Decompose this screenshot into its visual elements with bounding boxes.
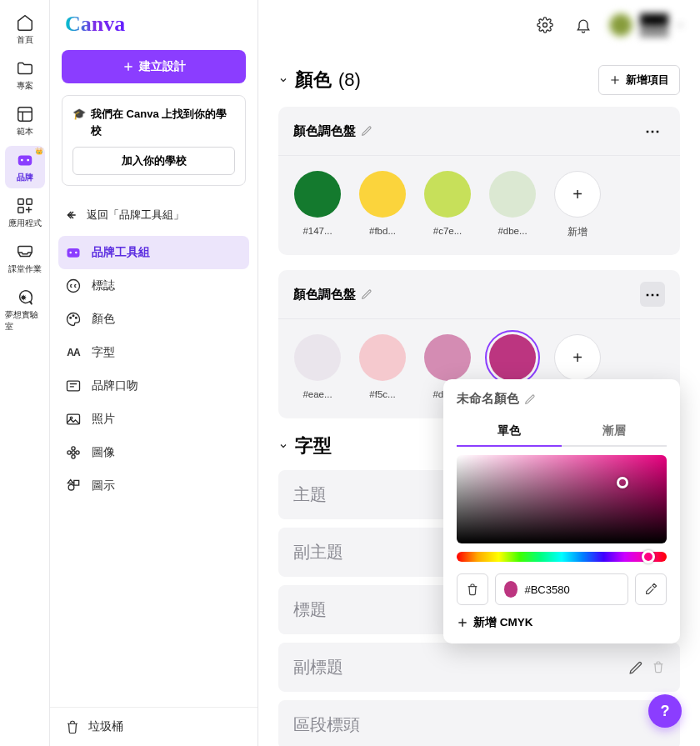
colors-section-header: 顏色 (8) 新增項目 <box>278 65 680 95</box>
chevron-down-icon[interactable] <box>278 441 288 451</box>
arrow-left-icon <box>65 208 78 222</box>
picker-tabs: 單色 漸層 <box>457 417 667 447</box>
swatch-circle[interactable] <box>294 171 341 218</box>
rail-apps[interactable]: 應用程式 <box>5 192 45 234</box>
inbox-icon <box>16 243 34 261</box>
pencil-icon[interactable] <box>361 125 372 137</box>
chat-icon <box>16 288 34 307</box>
cc-icon <box>65 278 82 294</box>
font-row-name: 副標題 <box>293 656 343 678</box>
add-color-button[interactable]: + <box>554 171 601 218</box>
help-button[interactable]: ? <box>648 694 682 728</box>
swatch-circle[interactable] <box>424 334 471 381</box>
left-rail: 首頁 專案 範本 👑 品牌 應用程式 課堂作業 夢想實驗室 <box>0 0 50 746</box>
color-swatch: #f5c... <box>358 334 407 402</box>
plus-icon <box>609 74 621 86</box>
swatch-label: #dbe... <box>498 226 527 236</box>
tab-solid[interactable]: 單色 <box>457 417 562 447</box>
font-row[interactable]: 副標題 <box>278 643 680 692</box>
rail-dreamlab[interactable]: 夢想實驗室 <box>5 283 45 338</box>
eyedropper-button[interactable] <box>635 573 667 605</box>
color-swatch: #dbe... <box>488 171 537 238</box>
swatch-label: #f5c... <box>369 389 395 399</box>
nav-font[interactable]: AA 字型 <box>58 336 249 369</box>
rail-classwork[interactable]: 課堂作業 <box>5 238 45 280</box>
swatch-circle[interactable] <box>424 171 471 218</box>
svg-rect-6 <box>18 208 22 213</box>
swatch-label: #fbd... <box>369 226 396 236</box>
swatch-circle[interactable] <box>359 171 406 218</box>
swatch-label: #c7e... <box>433 226 462 236</box>
rail-templates[interactable]: 範本 <box>5 100 45 143</box>
pencil-icon[interactable] <box>524 393 536 405</box>
svg-rect-7 <box>68 248 80 258</box>
delete-color-button[interactable] <box>457 573 488 605</box>
trash-link[interactable]: 垃圾桶 <box>50 707 258 746</box>
rail-home[interactable]: 首頁 <box>5 8 45 51</box>
palette-menu-button[interactable]: ⋯ <box>640 118 665 143</box>
swatch-circle[interactable] <box>489 171 536 218</box>
settings-button[interactable] <box>532 12 558 38</box>
rail-brand[interactable]: 👑 品牌 <box>5 146 45 188</box>
plus-icon <box>122 61 134 73</box>
sv-handle[interactable] <box>617 477 628 488</box>
trash-icon[interactable] <box>652 660 665 673</box>
svg-point-13 <box>76 318 78 319</box>
swatch-circle[interactable] <box>489 334 536 381</box>
palette-menu-button[interactable]: ⋯ <box>640 282 665 307</box>
svg-rect-1 <box>18 156 32 166</box>
swatch-label: #eae... <box>302 389 332 399</box>
hue-slider[interactable] <box>457 552 667 562</box>
add-cmyk-link[interactable]: 新增 CMYK <box>457 615 667 630</box>
add-color-button[interactable]: + <box>554 334 601 381</box>
saturation-value-area[interactable] <box>457 455 667 543</box>
hex-input-wrapper <box>495 573 628 605</box>
nav-photo[interactable]: 照片 <box>58 403 249 436</box>
svg-point-2 <box>20 159 22 162</box>
add-item-button[interactable]: 新增項目 <box>598 65 680 95</box>
svg-point-21 <box>76 451 79 454</box>
svg-rect-14 <box>68 381 80 391</box>
color-swatch: #c7e... <box>423 171 472 238</box>
color-picker-popover: 未命名顏色 單色 漸層 新增 CMYK <box>443 379 680 643</box>
notifications-button[interactable] <box>570 12 597 38</box>
svg-point-17 <box>72 451 75 454</box>
nav-voice[interactable]: 品牌口吻 <box>58 369 249 403</box>
nav-graphic[interactable]: 圖像 <box>58 436 249 469</box>
rail-projects[interactable]: 專案 <box>5 54 45 97</box>
plus-icon <box>457 617 468 628</box>
palette-icon <box>65 311 82 328</box>
voice-icon <box>65 378 82 394</box>
font-row-name: 副主題 <box>293 541 343 563</box>
pencil-icon[interactable] <box>361 288 372 300</box>
user-menu[interactable]: ████ ████ <box>608 13 685 38</box>
svg-point-12 <box>72 315 74 317</box>
nav-color[interactable]: 顏色 <box>58 303 249 336</box>
create-design-button[interactable]: 建立設計 <box>62 50 246 83</box>
pencil-icon[interactable] <box>628 660 643 675</box>
swatch-circle[interactable] <box>359 334 406 381</box>
photo-icon <box>65 411 82 428</box>
font-icon: AA <box>65 344 82 361</box>
swatch-circle[interactable] <box>294 334 341 381</box>
flower-icon <box>65 444 82 461</box>
join-school-button[interactable]: 加入你的學校 <box>72 147 235 175</box>
brand-kit-icon <box>65 244 82 261</box>
nav-icon[interactable]: 圖示 <box>58 469 249 503</box>
font-row[interactable]: 區段標頭 <box>278 700 680 746</box>
hex-input[interactable] <box>524 583 619 596</box>
rail-label: 首頁 <box>17 34 33 46</box>
nav-brand-kit[interactable]: 品牌工具組 <box>58 236 249 269</box>
back-link[interactable]: 返回「品牌工具組」 <box>50 198 258 233</box>
chevron-down-icon[interactable] <box>278 75 288 85</box>
nav-logo[interactable]: 標誌 <box>58 269 249 303</box>
svg-rect-4 <box>18 199 22 204</box>
hue-handle[interactable] <box>642 550 655 563</box>
rail-label: 應用程式 <box>8 218 42 229</box>
color-swatch: #eae... <box>293 334 342 402</box>
tab-gradient[interactable]: 漸層 <box>562 417 667 447</box>
palette-swatches: #147...#fbd...#c7e...#dbe...+新增 <box>278 156 680 255</box>
brand-icon <box>16 151 34 169</box>
canva-logo[interactable]: Canva <box>50 0 258 45</box>
trash-label: 垃圾桶 <box>88 719 123 734</box>
